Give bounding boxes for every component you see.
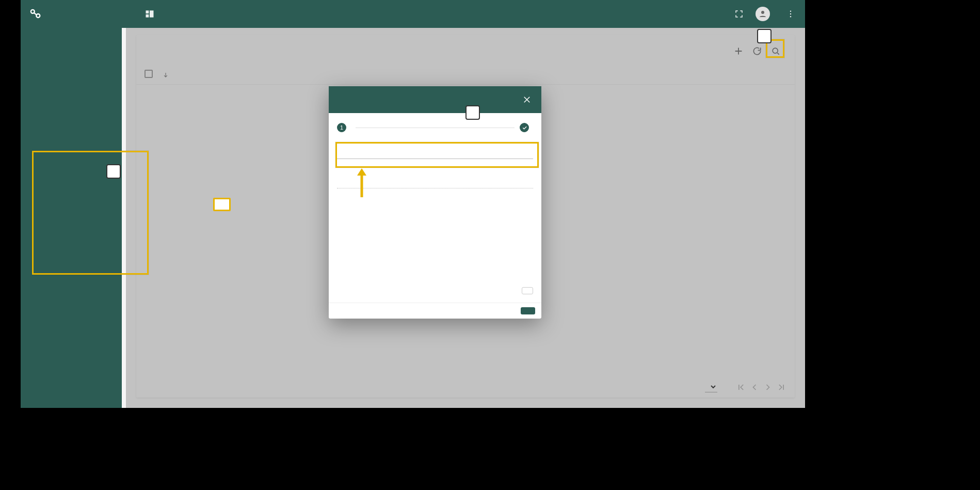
fullscreen-icon <box>734 9 744 19</box>
more-button[interactable] <box>780 4 801 24</box>
svg-point-6 <box>790 11 791 12</box>
svg-point-5 <box>761 11 764 14</box>
callout-1-badge <box>106 164 121 179</box>
avatar <box>756 7 770 21</box>
add-entity-group-dialog: 1 <box>329 86 541 319</box>
dialog-titlebar <box>329 86 541 113</box>
brand-logo[interactable] <box>21 7 122 21</box>
add-button-confirm[interactable] <box>521 307 535 314</box>
step-1-badge: 1 <box>337 123 346 132</box>
svg-rect-2 <box>146 10 149 13</box>
app-root: 1 <box>21 0 805 408</box>
user-menu[interactable] <box>753 7 776 21</box>
more-vert-icon <box>786 9 795 19</box>
svg-rect-4 <box>150 10 154 17</box>
person-icon <box>758 9 767 19</box>
top-bar <box>21 0 805 28</box>
thingsboard-logo-icon <box>28 7 42 21</box>
callout-3-badge <box>465 105 480 120</box>
callout-hint <box>213 198 231 211</box>
check-icon <box>522 125 527 131</box>
cancel-button[interactable] <box>505 307 516 314</box>
sidebar <box>21 28 122 408</box>
description-field[interactable] <box>337 171 533 188</box>
fullscreen-button[interactable] <box>729 4 749 24</box>
step-2-badge <box>520 123 529 132</box>
close-icon <box>522 95 532 104</box>
dialog-close-button[interactable] <box>521 93 533 106</box>
svg-rect-3 <box>146 14 149 18</box>
breadcrumb <box>122 9 159 19</box>
name-field[interactable] <box>337 147 533 159</box>
svg-point-8 <box>790 16 791 17</box>
callout-2-badge <box>757 29 772 43</box>
next-share-button[interactable] <box>522 287 533 294</box>
dialog-stepper: 1 <box>329 113 541 142</box>
svg-point-7 <box>790 13 791 14</box>
asset-groups-icon <box>144 9 155 19</box>
